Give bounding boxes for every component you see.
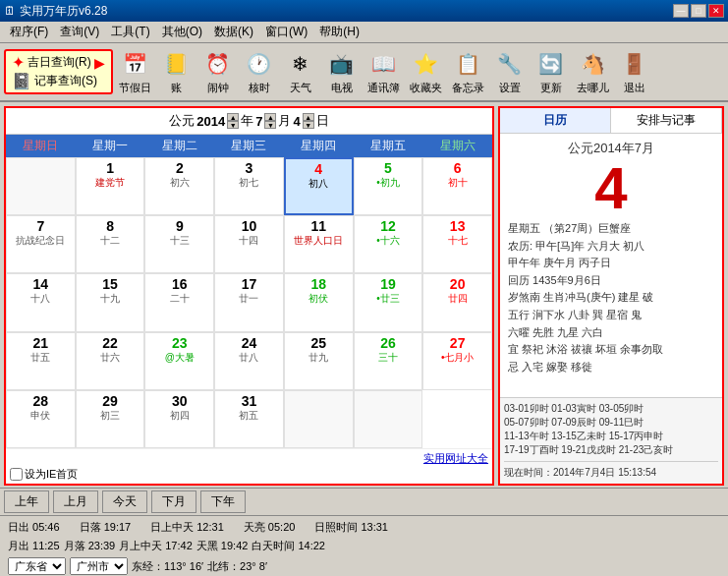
cal-cell-inner-25: 25 廿九	[288, 335, 350, 365]
set-homepage-checkbox[interactable]	[10, 468, 23, 481]
toolbar-label-去哪儿: 去哪儿	[577, 81, 609, 95]
cal-cell-inner-11: 11 世界人口日	[288, 218, 350, 248]
day-sub-14: 十八	[30, 292, 50, 306]
day-spinner[interactable]: ▲ ▼	[303, 113, 314, 129]
cal-cell-30[interactable]: 30 初四	[144, 390, 214, 448]
close-button[interactable]: ✕	[708, 4, 724, 18]
cal-cell-14[interactable]: 14 十八	[6, 273, 76, 331]
nav-btn-上年[interactable]: 上年	[4, 490, 49, 513]
year-spinner[interactable]: ▲ ▼	[227, 113, 239, 129]
city-select[interactable]: 广州市	[70, 557, 128, 575]
cal-cell-16[interactable]: 16 二十	[144, 273, 214, 331]
tab-calendar[interactable]: 日历	[500, 108, 611, 133]
menu-item-查询(V)[interactable]: 查询(V)	[54, 22, 105, 42]
menu-bar: 程序(F)查询(V)工具(T)其他(O)数据(K)窗口(W)帮助(H)	[0, 22, 728, 43]
day-num-6: 6	[454, 160, 462, 176]
day-sub-28: 申伏	[30, 409, 50, 423]
cal-month-suffix: 月	[278, 112, 291, 130]
toolbar-btn-设置[interactable]: 🔧设置	[490, 46, 530, 97]
title-bar-controls[interactable]: — □ ✕	[673, 4, 724, 18]
cal-cell-20[interactable]: 20 廿四	[422, 273, 492, 331]
cal-cell-10[interactable]: 10 十四	[214, 215, 284, 273]
toolbar-btn-天气[interactable]: ❄天气	[281, 46, 320, 97]
toolbar-btn-通讯簿[interactable]: 📖通讯簿	[364, 46, 404, 97]
toolbar-btn-闹钟[interactable]: ⏰闹钟	[198, 46, 238, 97]
detail-line-7: 六曜 先胜 九星 六白	[508, 324, 714, 342]
toolbar-btn-更新[interactable]: 🔄更新	[532, 46, 571, 97]
nav-btn-下月[interactable]: 下月	[151, 490, 196, 513]
website-link[interactable]: 实用网址大全	[423, 452, 488, 464]
year-down-btn[interactable]: ▼	[227, 121, 239, 129]
cal-cell-19[interactable]: 19 •廿三	[354, 273, 423, 331]
cal-cell-5[interactable]: 5 •初九	[354, 157, 423, 215]
cal-cell-24[interactable]: 24 廿八	[214, 332, 284, 390]
menu-item-数据(K)[interactable]: 数据(K)	[208, 22, 259, 42]
province-select[interactable]: 广东省	[8, 557, 66, 575]
nav-btn-上月[interactable]: 上月	[53, 490, 98, 513]
cal-cell-31[interactable]: 31 初五	[214, 390, 284, 448]
cal-cell-inner-18: 18 初伏	[288, 276, 350, 306]
toolbar-btn-电视[interactable]: 📺电视	[322, 46, 362, 97]
sunshine-label: 日照时间 13:31	[314, 520, 388, 535]
cal-cell-29[interactable]: 29 初三	[76, 390, 145, 448]
cal-cell-17[interactable]: 17 廿一	[214, 273, 284, 331]
query-box[interactable]: ✦ 吉日查询(R) ▶ 📓 记事查询(S)	[4, 49, 113, 94]
nav-btn-今天[interactable]: 今天	[102, 490, 147, 513]
cal-cell-3[interactable]: 3 初七	[214, 157, 284, 215]
cal-cell-15[interactable]: 15 十九	[76, 273, 145, 331]
toolbar: ✦ 吉日查询(R) ▶ 📓 记事查询(S) 📅节假日📒账⏰闹钟🕐核时❄天气📺电视…	[0, 43, 728, 102]
year-up-btn[interactable]: ▲	[227, 113, 239, 121]
cal-cell-8[interactable]: 8 十二	[76, 215, 145, 273]
cal-cell-13[interactable]: 13 十七	[422, 215, 492, 273]
cal-cell-inner-27: 27 •七月小	[426, 335, 488, 365]
minimize-button[interactable]: —	[673, 4, 689, 18]
toolbar-btn-备忘录[interactable]: 📋备忘录	[448, 46, 488, 97]
tab-schedule[interactable]: 安排与记事	[611, 108, 722, 133]
right-tabs: 日历 安排与记事	[500, 108, 722, 134]
cal-cell-18[interactable]: 18 初伏	[284, 273, 354, 331]
maximize-button[interactable]: □	[691, 4, 706, 18]
toolbar-label-退出: 退出	[624, 81, 645, 95]
status-row3: 广东省 广州市 东经：113° 16′ 北纬：23° 8′	[4, 555, 724, 576]
month-up-btn[interactable]: ▲	[264, 113, 276, 121]
menu-item-窗口(W)[interactable]: 窗口(W)	[259, 22, 313, 42]
toolbar-icon-设置: 🔧	[494, 48, 526, 80]
cal-cell-27[interactable]: 27 •七月小	[422, 332, 492, 390]
menu-item-帮助(H)[interactable]: 帮助(H)	[313, 22, 365, 42]
cal-cell-9[interactable]: 9 十三	[144, 215, 214, 273]
day-num-19: 19	[380, 276, 396, 292]
day-up-btn[interactable]: ▲	[303, 113, 314, 121]
cal-cell-25[interactable]: 25 廿九	[284, 332, 354, 390]
day-sub-29: 初三	[100, 409, 120, 423]
cal-cell-7[interactable]: 7 抗战纪念日	[6, 215, 76, 273]
cal-cell-6[interactable]: 6 初十	[422, 157, 492, 215]
cal-footer: 实用网址大全 设为IE首页	[6, 448, 492, 484]
toolbar-btn-节假日[interactable]: 📅节假日	[115, 46, 155, 97]
cal-cell-12[interactable]: 12 •十六	[354, 215, 423, 273]
toolbar-btn-核时[interactable]: 🕐核时	[240, 46, 279, 97]
day-sub-7: 抗战纪念日	[16, 234, 65, 248]
cal-cell-23[interactable]: 23 @大暑	[144, 332, 214, 390]
cal-cell-28[interactable]: 28 申伏	[6, 390, 76, 448]
cal-cell-21[interactable]: 21 廿五	[6, 332, 76, 390]
menu-item-工具(T)[interactable]: 工具(T)	[105, 22, 155, 42]
cal-cell-4[interactable]: 4 初八	[284, 157, 354, 215]
nav-btn-下年[interactable]: 下年	[200, 490, 246, 513]
cal-cell-11[interactable]: 11 世界人口日	[284, 215, 354, 273]
toolbar-btn-退出[interactable]: 🚪退出	[615, 46, 654, 97]
month-down-btn[interactable]: ▼	[264, 121, 276, 129]
cal-cell-inner-17: 17 廿一	[218, 276, 280, 306]
cal-cell-inner-13: 13 十七	[426, 218, 488, 248]
menu-item-程序(F)[interactable]: 程序(F)	[4, 22, 54, 42]
cal-cell-1[interactable]: 1 建党节	[76, 157, 145, 215]
cal-cell-2[interactable]: 2 初六	[144, 157, 214, 215]
day-down-btn[interactable]: ▼	[303, 121, 314, 129]
toolbar-btn-账[interactable]: 📒账	[157, 46, 196, 97]
month-spinner[interactable]: ▲ ▼	[264, 113, 276, 129]
detail-line-2: 甲午年 庚午月 丙子日	[508, 255, 714, 272]
cal-cell-22[interactable]: 22 廿六	[76, 332, 145, 390]
toolbar-btn-去哪儿[interactable]: 🐴去哪儿	[573, 46, 613, 97]
toolbar-btn-收藏夹[interactable]: ⭐收藏夹	[406, 46, 446, 97]
cal-cell-26[interactable]: 26 三十	[354, 332, 423, 390]
menu-item-其他(O)[interactable]: 其他(O)	[156, 22, 208, 42]
